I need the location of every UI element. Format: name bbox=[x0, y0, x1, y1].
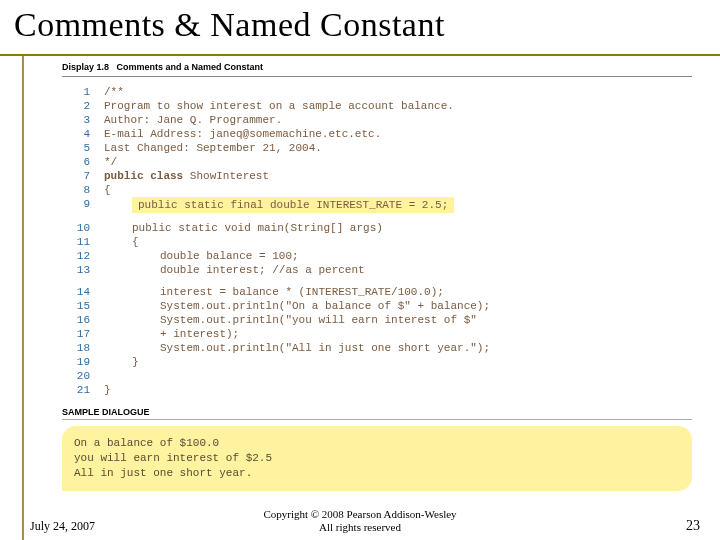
line-number: 11 bbox=[62, 235, 90, 249]
code-line: { bbox=[104, 183, 692, 197]
line-number: 3 bbox=[62, 113, 90, 127]
line-number: 15 bbox=[62, 299, 90, 313]
code-line: public static final double INTEREST_RATE… bbox=[104, 197, 692, 213]
code-line: } bbox=[104, 383, 692, 397]
sample-line: On a balance of $100.0 bbox=[74, 436, 680, 451]
slide-title: Comments & Named Constant bbox=[14, 6, 706, 44]
line-number: 2 bbox=[62, 99, 90, 113]
line-number: 21 bbox=[62, 383, 90, 397]
code-line: { bbox=[104, 235, 692, 249]
line-number: 8 bbox=[62, 183, 90, 197]
line-number: 19 bbox=[62, 355, 90, 369]
sample-line: All in just one short year. bbox=[74, 466, 680, 481]
copyright-line: Copyright © 2008 Pearson Addison-Wesley bbox=[0, 508, 720, 521]
line-number: 14 bbox=[62, 285, 90, 299]
display-caption: Comments and a Named Constant bbox=[117, 62, 264, 72]
line-number: 13 bbox=[62, 263, 90, 277]
line-number: 7 bbox=[62, 169, 90, 183]
sample-line: you will earn interest of $2.5 bbox=[74, 451, 680, 466]
code-line: double interest; //as a percent bbox=[104, 263, 692, 277]
code-line: /** bbox=[104, 85, 692, 99]
sample-rule bbox=[62, 419, 692, 420]
line-number: 10 bbox=[62, 221, 90, 235]
code-line: double balance = 100; bbox=[104, 249, 692, 263]
code-line: */ bbox=[104, 155, 692, 169]
page-number: 23 bbox=[686, 518, 700, 534]
code-line: public class ShowInterest bbox=[104, 169, 692, 183]
line-number: 16 bbox=[62, 313, 90, 327]
code-line: interest = balance * (INTEREST_RATE/100.… bbox=[104, 285, 692, 299]
code-line: + interest); bbox=[104, 327, 692, 341]
line-number: 18 bbox=[62, 341, 90, 355]
footer: July 24, 2007 Copyright © 2008 Pearson A… bbox=[0, 506, 720, 534]
code-line bbox=[104, 369, 692, 383]
display-number: Display 1.8 bbox=[62, 62, 109, 72]
code-line: Program to show interest on a sample acc… bbox=[104, 99, 692, 113]
line-number: 1 bbox=[62, 85, 90, 99]
code-line: public static void main(String[] args) bbox=[104, 221, 692, 235]
code-line: } bbox=[104, 355, 692, 369]
footer-copyright: Copyright © 2008 Pearson Addison-Wesley … bbox=[0, 508, 720, 534]
code-keyword: public class bbox=[104, 170, 190, 182]
display-rule bbox=[62, 76, 692, 77]
line-number: 6 bbox=[62, 155, 90, 169]
line-number: 20 bbox=[62, 369, 90, 383]
line-number: 17 bbox=[62, 327, 90, 341]
code-line: Author: Jane Q. Programmer. bbox=[104, 113, 692, 127]
code-line: System.out.println("All in just one shor… bbox=[104, 341, 692, 355]
display-block: Display 1.8 Comments and a Named Constan… bbox=[62, 62, 692, 491]
code-listing: 1 /** 2 Program to show interest on a sa… bbox=[62, 85, 692, 397]
copyright-line: All rights reserved bbox=[0, 521, 720, 534]
line-number: 12 bbox=[62, 249, 90, 263]
vertical-rule bbox=[22, 56, 24, 540]
sample-output: On a balance of $100.0 you will earn int… bbox=[62, 426, 692, 491]
line-number: 5 bbox=[62, 141, 90, 155]
highlighted-constant: public static final double INTEREST_RATE… bbox=[132, 197, 454, 213]
code-line: E-mail Address: janeq@somemachine.etc.et… bbox=[104, 127, 692, 141]
display-heading: Display 1.8 Comments and a Named Constan… bbox=[62, 62, 692, 72]
code-line: System.out.println("you will earn intere… bbox=[104, 313, 692, 327]
title-bar: Comments & Named Constant bbox=[0, 0, 720, 56]
code-line: System.out.println("On a balance of $" +… bbox=[104, 299, 692, 313]
code-line: Last Changed: September 21, 2004. bbox=[104, 141, 692, 155]
code-identifier: ShowInterest bbox=[190, 170, 269, 182]
line-number: 9 bbox=[62, 197, 90, 213]
line-number: 4 bbox=[62, 127, 90, 141]
sample-heading: SAMPLE DIALOGUE bbox=[62, 407, 692, 417]
